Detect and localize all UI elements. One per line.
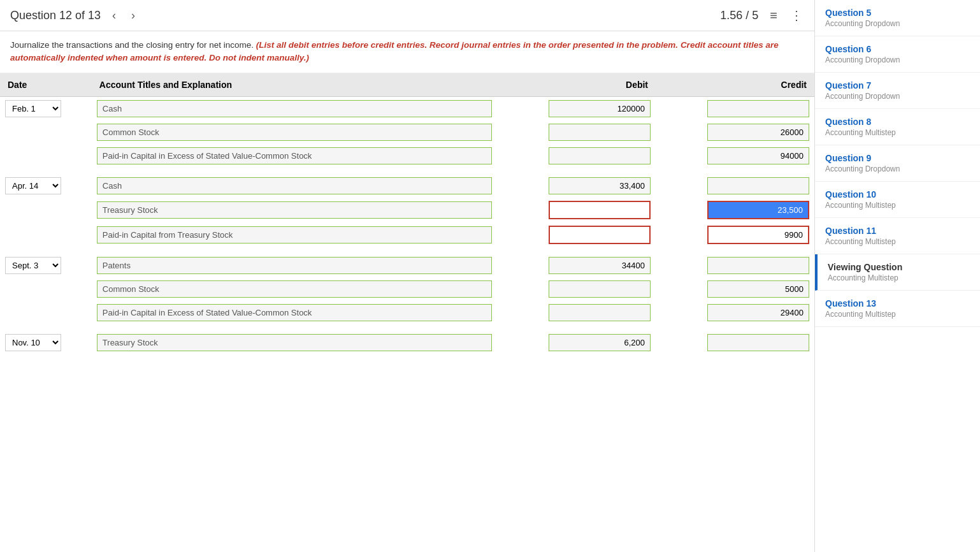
account-input[interactable] bbox=[97, 304, 492, 321]
instruction-main: Journalize the transactions and the clos… bbox=[10, 40, 254, 50]
credit-input[interactable] bbox=[707, 257, 809, 274]
date-select[interactable]: Feb. 1 bbox=[5, 100, 61, 117]
account-input[interactable] bbox=[97, 257, 492, 274]
table-row: Sept. 3 bbox=[0, 254, 814, 277]
sidebar-item-title: Question 6 bbox=[825, 44, 970, 54]
sidebar-item-subtitle: Accounting Dropdown bbox=[825, 19, 970, 28]
score-display: 1.56 / 5 bbox=[720, 9, 758, 22]
main-content: Question 12 of 13 ‹ › 1.56 / 5 ≡ ⋮ Journ… bbox=[0, 0, 814, 552]
prev-question-button[interactable]: ‹ bbox=[108, 8, 120, 24]
account-input[interactable] bbox=[97, 280, 492, 298]
instructions: Journalize the transactions and the clos… bbox=[0, 31, 814, 73]
list-icon-button[interactable]: ≡ bbox=[768, 7, 779, 24]
journal-table-area: Date Account Titles and Explanation Debi… bbox=[0, 73, 814, 553]
account-input[interactable] bbox=[97, 147, 492, 164]
next-question-button[interactable]: › bbox=[127, 8, 139, 24]
sidebar-item-subtitle: Accounting Dropdown bbox=[825, 92, 970, 101]
credit-input[interactable] bbox=[707, 147, 809, 164]
sidebar-item-title: Question 7 bbox=[825, 80, 970, 91]
credit-input[interactable] bbox=[707, 177, 809, 194]
sidebar-item-title: Question 8 bbox=[825, 117, 970, 127]
debit-input[interactable] bbox=[549, 201, 651, 219]
debit-input[interactable] bbox=[549, 304, 651, 321]
header-right: 1.56 / 5 ≡ ⋮ bbox=[720, 6, 804, 24]
journal-table: Date Account Titles and Explanation Debi… bbox=[0, 73, 814, 354]
account-input[interactable] bbox=[97, 334, 492, 351]
account-input[interactable] bbox=[97, 124, 492, 141]
sidebar: Question 5Accounting DropdownQuestion 6A… bbox=[814, 0, 980, 552]
account-input[interactable] bbox=[97, 177, 492, 194]
col-date: Date bbox=[0, 73, 92, 97]
sidebar-item-subtitle: Accounting Multistep bbox=[825, 310, 970, 319]
sidebar-item-title: Question 13 bbox=[825, 298, 970, 309]
table-row bbox=[0, 277, 814, 301]
sidebar-item-subtitle: Accounting Dropdown bbox=[825, 164, 970, 173]
table-row: Feb. 1 bbox=[0, 96, 814, 120]
table-row bbox=[0, 198, 814, 222]
credit-input[interactable] bbox=[707, 304, 809, 321]
table-row: Apr. 14 bbox=[0, 174, 814, 198]
sidebar-item-title: Viewing Question bbox=[828, 262, 970, 272]
table-row bbox=[0, 222, 814, 247]
sidebar-item-q6[interactable]: Question 6Accounting Dropdown bbox=[815, 36, 980, 73]
sidebar-item-q10[interactable]: Question 10Accounting Multistep bbox=[815, 182, 980, 218]
credit-input[interactable] bbox=[707, 201, 809, 219]
sidebar-item-q8[interactable]: Question 8Accounting Multistep bbox=[815, 109, 980, 145]
col-credit: Credit bbox=[656, 73, 814, 97]
sidebar-item-q12[interactable]: Viewing QuestionAccounting Multistep bbox=[815, 254, 980, 291]
col-account: Account Titles and Explanation bbox=[92, 73, 497, 97]
sidebar-item-q7[interactable]: Question 7Accounting Dropdown bbox=[815, 73, 980, 109]
credit-input[interactable] bbox=[707, 100, 809, 117]
debit-input[interactable] bbox=[549, 280, 651, 298]
sidebar-item-subtitle: Accounting Multistep bbox=[825, 237, 970, 246]
date-select[interactable]: Sept. 3 bbox=[5, 257, 61, 274]
account-input[interactable] bbox=[97, 226, 492, 243]
sidebar-item-q11[interactable]: Question 11Accounting Multistep bbox=[815, 218, 980, 254]
debit-input[interactable] bbox=[549, 124, 651, 141]
debit-input[interactable] bbox=[549, 334, 651, 351]
debit-input[interactable] bbox=[549, 177, 651, 194]
table-row bbox=[0, 120, 814, 144]
table-row: Nov. 10 bbox=[0, 331, 814, 354]
account-input[interactable] bbox=[97, 100, 492, 117]
sidebar-item-title: Question 11 bbox=[825, 226, 970, 236]
sidebar-item-q13[interactable]: Question 13Accounting Multistep bbox=[815, 291, 980, 327]
credit-input[interactable] bbox=[707, 226, 809, 244]
table-row bbox=[0, 301, 814, 324]
credit-input[interactable] bbox=[707, 334, 809, 351]
debit-input[interactable] bbox=[549, 147, 651, 164]
sidebar-item-subtitle: Accounting Multistep bbox=[825, 128, 970, 137]
sidebar-item-title: Question 5 bbox=[825, 8, 970, 18]
debit-input[interactable] bbox=[549, 257, 651, 274]
question-label: Question 12 of 13 bbox=[10, 9, 101, 22]
more-options-button[interactable]: ⋮ bbox=[789, 6, 804, 24]
sidebar-item-subtitle: Accounting Multistep bbox=[828, 273, 970, 282]
credit-input[interactable] bbox=[707, 124, 809, 141]
debit-input[interactable] bbox=[549, 226, 651, 244]
sidebar-item-title: Question 10 bbox=[825, 189, 970, 200]
debit-input[interactable] bbox=[549, 100, 651, 117]
col-debit: Debit bbox=[497, 73, 656, 97]
sidebar-item-subtitle: Accounting Dropdown bbox=[825, 55, 970, 64]
account-input[interactable] bbox=[97, 201, 492, 219]
header-left: Question 12 of 13 ‹ › bbox=[10, 8, 139, 24]
date-select[interactable]: Nov. 10 bbox=[5, 334, 61, 351]
credit-input[interactable] bbox=[707, 280, 809, 298]
sidebar-item-subtitle: Accounting Multistep bbox=[825, 201, 970, 210]
sidebar-item-q9[interactable]: Question 9Accounting Dropdown bbox=[815, 145, 980, 182]
sidebar-item-title: Question 9 bbox=[825, 153, 970, 163]
sidebar-item-q5[interactable]: Question 5Accounting Dropdown bbox=[815, 0, 980, 36]
header: Question 12 of 13 ‹ › 1.56 / 5 ≡ ⋮ bbox=[0, 0, 814, 31]
date-select[interactable]: Apr. 14 bbox=[5, 177, 61, 194]
table-row bbox=[0, 144, 814, 168]
